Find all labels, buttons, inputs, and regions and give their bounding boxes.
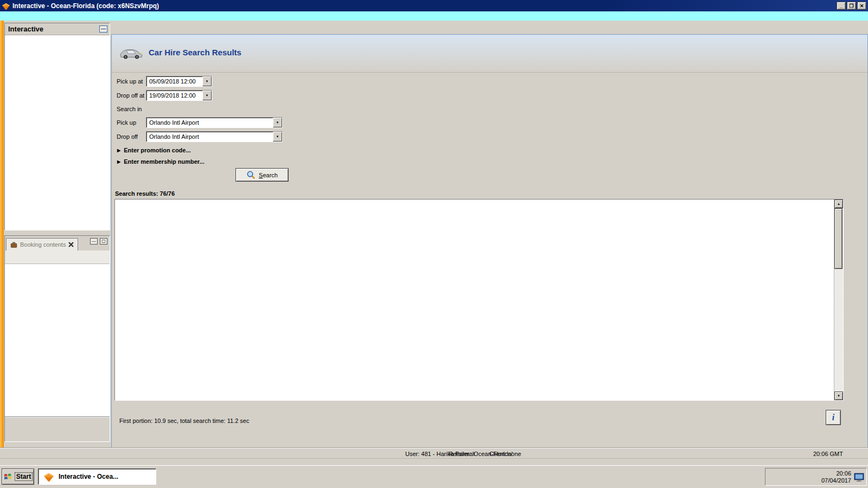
start-button[interactable]: Start [2, 468, 34, 485]
booking-panel-maximize-icon[interactable]: ▢ [100, 238, 107, 245]
windows-logo-icon [3, 473, 13, 481]
workspace: Interactive — Booking contents — ▢ [0, 21, 868, 448]
panel-minimize-icon[interactable]: — [99, 25, 107, 33]
taskbar: Start Interactive - Ocea... 20:06 07/04/… [0, 465, 868, 488]
search-in-label: Search in [117, 106, 142, 112]
system-tray: 20:06 07/04/2017 [765, 468, 867, 486]
drop-off-label: Drop off [117, 133, 138, 140]
membership-number-toggle[interactable]: ▶Enter membership number... [117, 158, 205, 165]
status-bar: User: 481 - Harika Parmar Retailer: 'Oce… [0, 448, 868, 458]
scroll-up-icon[interactable]: ▲ [834, 200, 843, 208]
status-time: 20:06 GMT [813, 451, 843, 457]
pick-up-at-combobox[interactable]: 05/09/2018 12:00 ▼ [146, 76, 212, 87]
window-restore-button[interactable]: ❐ [847, 2, 856, 10]
dock-accent-strip [0, 21, 4, 448]
expand-arrow-icon: ▶ [117, 159, 120, 164]
results-table-body [115, 209, 834, 400]
search-timing-status: First portion: 10.9 sec, total search ti… [119, 418, 249, 424]
drop-off-at-label: Drop off at [117, 92, 144, 99]
booking-contents-title: Booking contents [20, 241, 66, 248]
promotion-code-toggle[interactable]: ▶Enter promotion code... [117, 147, 191, 153]
window-minimize-button[interactable]: _ [837, 2, 846, 10]
booking-contents-panel: Booking contents — ▢ [4, 235, 110, 442]
pick-up-at-label: Pick up at [117, 78, 143, 85]
search-icon [246, 170, 256, 179]
car-icon [118, 44, 143, 61]
chevron-down-icon[interactable]: ▼ [273, 132, 282, 142]
screen: Interactive - Ocean-Florida (code: x6NSz… [0, 0, 868, 488]
page-header: Car Hire Search Results [112, 35, 867, 73]
chevron-down-icon[interactable]: ▼ [273, 118, 282, 127]
vertical-scrollbar[interactable]: ▲ ▼ [834, 200, 843, 400]
booking-contents-totals [5, 416, 110, 441]
interactive-panel-title: Interactive [8, 25, 43, 33]
search-button[interactable]: Search [235, 168, 289, 182]
drop-off-at-combobox[interactable]: 19/09/2018 12:00 ▼ [146, 90, 212, 101]
main-area: Car Hire Search Results Pick up at 05/09… [111, 21, 868, 448]
page-title: Car Hire Search Results [149, 48, 241, 57]
results-table-header [115, 200, 834, 209]
booking-contents-toolbar [5, 251, 110, 264]
pick-up-label: Pick up [117, 119, 136, 126]
taskbar-task-button[interactable]: Interactive - Ocea... [38, 468, 156, 485]
car-hire-search-panel: Car Hire Search Results Pick up at 05/09… [111, 34, 868, 448]
booking-panel-minimize-icon[interactable]: — [90, 238, 98, 245]
pick-up-combobox[interactable]: Orlando Intl Airport ▼ [146, 117, 283, 128]
navigation-tree [5, 35, 110, 38]
interactive-panel-header: Interactive — [5, 23, 110, 35]
taskbar-clock[interactable]: 20:06 07/04/2017 [821, 470, 851, 484]
status-client: Client: none [489, 451, 521, 457]
window-close-button[interactable]: ✕ [857, 2, 866, 10]
document-tabbar [111, 22, 868, 34]
booking-contents-tab[interactable]: Booking contents [6, 238, 78, 251]
display-settings-icon[interactable] [854, 472, 864, 482]
expand-arrow-icon: ▶ [117, 148, 120, 153]
booking-tab-close-icon[interactable] [68, 241, 74, 248]
scrollbar-thumb[interactable] [834, 208, 843, 269]
window-title: Interactive - Ocean-Florida (code: x6NSz… [12, 2, 159, 10]
info-button[interactable]: i [826, 410, 841, 425]
chevron-down-icon[interactable]: ▼ [202, 91, 212, 100]
booking-contents-tabbar: Booking contents — ▢ [5, 236, 110, 251]
app-logo-icon [43, 472, 55, 481]
results-table: ▲ ▼ [114, 199, 844, 401]
scroll-down-icon[interactable]: ▼ [834, 391, 843, 400]
chevron-down-icon[interactable]: ▼ [202, 76, 212, 86]
window-titlebar: Interactive - Ocean-Florida (code: x6NSz… [0, 0, 868, 11]
menu-bar [0, 11, 868, 21]
app-logo-icon [2, 2, 10, 10]
results-count-label: Search results: 76/76 [115, 190, 175, 197]
suitcase-icon [10, 241, 18, 248]
interactive-panel: Interactive — [4, 23, 110, 230]
drop-off-combobox[interactable]: Orlando Intl Airport ▼ [146, 131, 283, 142]
